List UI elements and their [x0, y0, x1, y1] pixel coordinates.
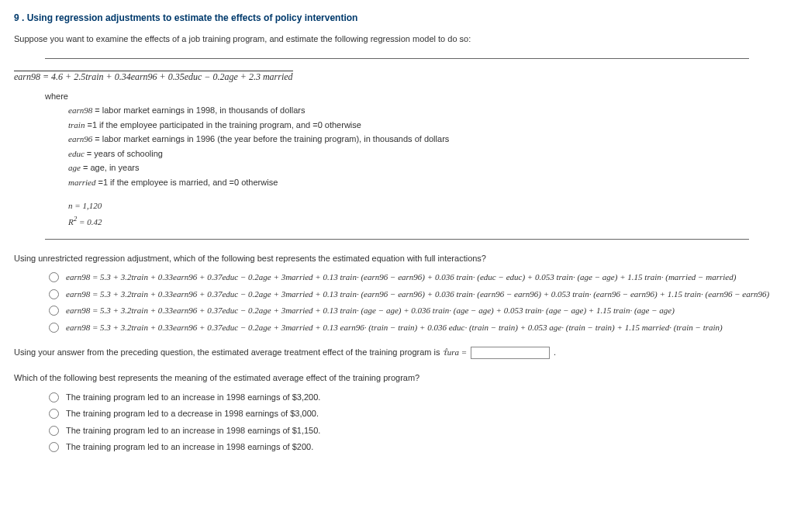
question-2: Using your answer from the preceding que…: [14, 346, 780, 359]
option-label: The training program led to an increase …: [66, 424, 320, 437]
q1-option-b[interactable]: earn98 = 5.3 + 3.2train + 0.33earn96 + 0…: [45, 288, 780, 301]
var-def: married =1 if the employee is married, a…: [68, 176, 780, 189]
q1-option-c[interactable]: earn98 = 5.3 + 3.2train + 0.33earn96 + 0…: [45, 304, 780, 317]
var-def: educ = years of schooling: [68, 147, 780, 161]
radio-q3d[interactable]: [49, 442, 59, 452]
stat-n: n = 1,120: [68, 199, 780, 212]
radio-q3c[interactable]: [49, 426, 59, 436]
radio-q1d[interactable]: [49, 323, 59, 333]
radio-q1c[interactable]: [49, 306, 59, 316]
where-label: where: [45, 90, 780, 103]
option-label: The training program led to an increase …: [66, 440, 313, 454]
option-label: earn98 = 5.3 + 3.2train + 0.33earn96 + 0…: [66, 321, 723, 334]
q1-option-a[interactable]: earn98 = 5.3 + 3.2train + 0.33earn96 + 0…: [45, 271, 780, 284]
question-3: Which of the following best represents t…: [14, 371, 780, 385]
divider-bottom: [45, 239, 749, 240]
radio-q3a[interactable]: [49, 392, 59, 402]
regression-equation: earn98 = 4.6 + 2.5train + 0.34earn96 + 0…: [14, 70, 780, 84]
option-label: earn98 = 5.3 + 3.2train + 0.33earn96 + 0…: [66, 271, 736, 284]
question-1: Using unrestricted regression adjustment…: [14, 252, 780, 265]
option-label: The training program led to an increase …: [66, 391, 320, 404]
intro-text: Suppose you want to examine the effects …: [14, 33, 780, 46]
q3-option-b[interactable]: The training program led to a decrease i…: [45, 407, 780, 420]
option-label: earn98 = 5.3 + 3.2train + 0.33earn96 + 0…: [66, 288, 769, 301]
option-label: The training program led to a decrease i…: [66, 407, 319, 420]
stat-r2: R2 = 0.42: [68, 214, 780, 228]
option-label: earn98 = 5.3 + 3.2train + 0.33earn96 + 0…: [66, 304, 675, 317]
radio-q3b[interactable]: [49, 409, 59, 419]
q1-option-d[interactable]: earn98 = 5.3 + 3.2train + 0.33earn96 + 0…: [45, 321, 780, 334]
var-def: earn96 = labor market earnings in 1996 (…: [68, 133, 780, 146]
answer-input[interactable]: [471, 347, 550, 359]
radio-q1b[interactable]: [49, 289, 59, 299]
var-def: earn98 = labor market earnings in 1998, …: [68, 104, 780, 117]
radio-q1a[interactable]: [49, 272, 59, 282]
divider-top: [45, 58, 749, 59]
q3-option-a[interactable]: The training program led to an increase …: [45, 391, 780, 404]
q3-option-d[interactable]: The training program led to an increase …: [45, 440, 780, 454]
q3-option-c[interactable]: The training program led to an increase …: [45, 424, 780, 437]
var-def: age = age, in years: [68, 161, 780, 174]
question-title: 9 . Using regression adjustments to esti…: [14, 11, 780, 25]
var-def: train =1 if the employee participated in…: [68, 119, 780, 132]
